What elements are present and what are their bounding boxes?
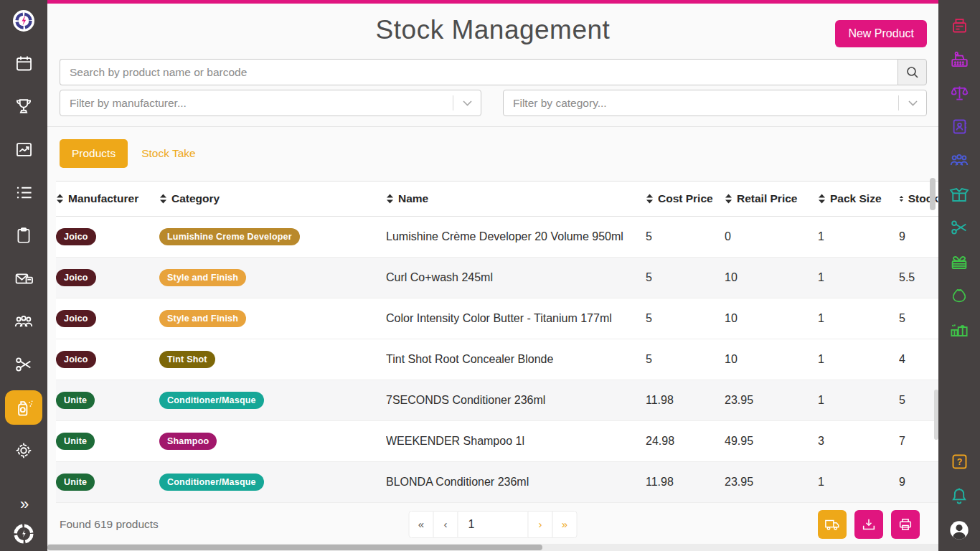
category-badge: Lumishine Creme Developer	[159, 228, 300, 245]
sidebar-item-clipboard[interactable]	[5, 218, 42, 253]
till-item[interactable]	[943, 9, 975, 42]
collapse-sidebar-icon[interactable]: »	[20, 494, 27, 515]
cost-price-cell: 5	[646, 217, 725, 258]
category-filter-caret[interactable]	[899, 100, 926, 106]
search-button[interactable]	[897, 59, 927, 85]
stock-cell: 5.5	[899, 258, 938, 298]
calendar-icon	[14, 54, 34, 73]
sidebar-item-team[interactable]	[5, 304, 42, 339]
column-header-cost-price[interactable]: Cost Price	[646, 182, 725, 217]
sidebar-item-scissors[interactable]	[5, 347, 42, 382]
print-icon	[897, 517, 913, 532]
cost-price-cell: 5	[646, 298, 725, 339]
new-product-button[interactable]: New Product	[835, 20, 927, 47]
column-header-name[interactable]: Name	[386, 182, 646, 217]
chevron-down-icon	[908, 100, 918, 106]
help-item[interactable]: ?	[943, 445, 975, 478]
pagination-next-button[interactable]: ›	[528, 511, 553, 538]
stock-cell: 4	[899, 339, 938, 380]
page-title: Stock Management	[47, 4, 938, 57]
tab-stock-take[interactable]: Stock Take	[141, 147, 196, 160]
bell-icon	[949, 486, 969, 506]
retail-price-cell: 10	[725, 339, 818, 380]
table-row[interactable]: Joico Lumishine Creme Developer Lumishin…	[56, 217, 938, 258]
column-header-category[interactable]: Category	[159, 182, 386, 217]
pack-size-cell: 1	[818, 258, 899, 298]
sort-icon	[818, 194, 826, 204]
table-row[interactable]: Unite Shampoo WEEKENDER Shampoo 1l 24.98…	[56, 421, 938, 462]
horizontal-scrollbar-track[interactable]	[47, 544, 938, 551]
cash-register-item[interactable]	[943, 42, 975, 75]
import-button[interactable]	[854, 510, 883, 539]
table-row[interactable]: Unite Conditioner/Masque 7SECONDS Condit…	[56, 380, 938, 421]
left-sidebar: »	[0, 0, 47, 551]
retail-price-cell: 23.95	[725, 462, 818, 503]
products-table: Manufacturer Category Name Cost Price Re…	[56, 181, 938, 503]
sidebar-item-calendar[interactable]	[5, 46, 42, 80]
table-vertical-scrollbar[interactable]	[930, 178, 936, 210]
search-input[interactable]	[60, 59, 897, 85]
manufacturer-filter-input[interactable]	[60, 97, 453, 110]
clipboard-icon	[14, 226, 33, 245]
page-header: Stock Management New Product	[47, 4, 938, 52]
brand-logo[interactable]	[10, 7, 37, 34]
filter-row	[60, 90, 927, 116]
horizontal-scrollbar-thumb[interactable]	[47, 545, 542, 550]
sidebar-item-trophy[interactable]	[5, 89, 42, 123]
column-header-pack-size[interactable]: Pack Size	[818, 182, 899, 217]
pagination: « ‹ › »	[409, 511, 578, 538]
sort-icon	[725, 194, 732, 204]
manufacturer-filter-caret[interactable]	[453, 100, 481, 106]
pagination-page-input[interactable]	[458, 511, 529, 538]
page-scrollbar-thumb[interactable]	[934, 390, 938, 440]
account-item[interactable]	[943, 514, 975, 547]
presents-item[interactable]	[943, 312, 975, 345]
till-icon	[950, 16, 969, 35]
category-filter[interactable]	[503, 90, 927, 116]
category-filter-input[interactable]	[504, 97, 898, 110]
team-item[interactable]	[943, 143, 975, 176]
cost-price-cell: 5	[646, 339, 725, 380]
category-badge: Style and Finish	[159, 310, 246, 327]
help-icon: ?	[950, 452, 969, 471]
gift-item[interactable]	[943, 245, 975, 278]
category-badge: Style and Finish	[159, 269, 246, 286]
retail-price-cell: 10	[725, 258, 818, 298]
sidebar-item-list[interactable]	[5, 175, 42, 209]
manufacturer-filter[interactable]	[60, 90, 481, 116]
sidebar-item-performance[interactable]	[5, 132, 42, 166]
right-nav-bottom: ?	[943, 445, 975, 551]
list-icon	[14, 183, 34, 202]
delivery-button[interactable]	[818, 510, 847, 539]
print-button[interactable]	[891, 510, 920, 539]
tab-products[interactable]: Products	[60, 139, 128, 168]
table-row[interactable]: Joico Tint Shot Tint Shot Root Concealer…	[56, 339, 938, 380]
right-nav-top	[943, 9, 975, 345]
sidebar-item-mail[interactable]	[5, 261, 42, 296]
money-bag-icon	[949, 285, 969, 305]
manufacturer-badge: Unite	[56, 474, 95, 491]
stock-spray-icon	[13, 397, 34, 418]
table-row[interactable]: Joico Style and Finish Curl Co+wash 245m…	[56, 258, 938, 298]
notifications-item[interactable]	[943, 479, 975, 512]
sidebar-item-settings[interactable]	[5, 433, 42, 468]
contacts-item[interactable]	[943, 110, 975, 143]
mail-icon	[14, 268, 34, 289]
products-table-area: Manufacturer Category Name Cost Price Re…	[47, 181, 938, 503]
pagination-first-button[interactable]: «	[409, 511, 434, 538]
search-row	[60, 59, 927, 85]
table-row[interactable]: Joico Style and Finish Color Intensity C…	[56, 298, 938, 339]
pagination-last-button[interactable]: »	[552, 511, 578, 538]
money-bag-item[interactable]	[943, 278, 975, 311]
table-row[interactable]: Unite Conditioner/Masque BLONDA Conditio…	[56, 462, 938, 503]
column-header-manufacturer[interactable]: Manufacturer	[56, 182, 159, 217]
open-gift-item[interactable]	[943, 177, 975, 210]
manufacturer-badge: Joico	[56, 228, 96, 245]
column-header-retail-price[interactable]: Retail Price	[725, 182, 818, 217]
main-content: Stock Management New Product Produc	[47, 0, 938, 551]
scissors-item[interactable]	[943, 211, 975, 244]
scales-item[interactable]	[943, 76, 975, 109]
retail-price-cell: 49.95	[725, 421, 818, 462]
pagination-prev-button[interactable]: ‹	[433, 511, 458, 538]
sidebar-item-stock[interactable]	[5, 390, 42, 425]
